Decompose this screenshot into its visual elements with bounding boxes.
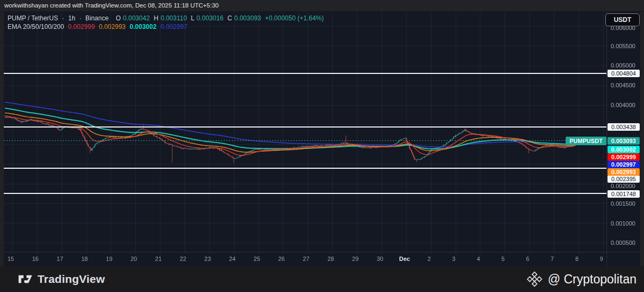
price-tick-label: 0.001000 xyxy=(611,220,643,227)
indicator-row[interactable]: EMA 20/50/100/200 0.002999 0.002993 0.00… xyxy=(8,23,326,31)
ema200-value: 0.002997 xyxy=(160,23,187,31)
time-axis-label: 17 xyxy=(57,256,63,262)
ema-indicator-label[interactable]: EMA 20/50/100/200 xyxy=(8,23,64,31)
price-tick-label: 0.004500 xyxy=(611,81,643,89)
time-axis-label: 22 xyxy=(180,256,186,262)
time-axis-label: 25 xyxy=(254,256,260,262)
close-value: 0.003093 xyxy=(234,14,261,22)
ema20-value: 0.002999 xyxy=(68,23,95,31)
ema50-value: 0.002993 xyxy=(99,23,126,31)
price-level-badge: 0.002395 xyxy=(608,175,640,183)
open-letter: O xyxy=(116,14,121,22)
ema-value-badge: 0.002999 xyxy=(608,153,640,161)
interval-label[interactable]: 1h xyxy=(68,14,75,22)
high-value: 0.003110 xyxy=(160,14,187,22)
time-axis-label: 20 xyxy=(130,256,137,262)
tradingview-brand-label: TradingView xyxy=(38,273,105,286)
footer-bar: TradingView @ Cryptopolitan xyxy=(0,266,644,292)
separator-dot: · xyxy=(62,14,64,22)
time-axis-label: 30 xyxy=(377,256,383,262)
price-tick-label: 0.000500 xyxy=(611,239,643,246)
change-value: +0.000050 (+1.64%) xyxy=(265,14,324,22)
attribution-text: workwithshayan created with TradingView.… xyxy=(4,2,218,9)
cryptopolitan-diamond-icon xyxy=(526,271,543,287)
price-tick-label: 0.005500 xyxy=(611,42,643,50)
symbol-name[interactable]: PUMP / TetherUS xyxy=(8,14,58,22)
symbol-row[interactable]: PUMP / TetherUS · 1h · Binance O0.003042… xyxy=(8,14,326,23)
symbol-flag-label: PUMPUSDT xyxy=(569,138,603,144)
tradingview-snapshot-page: workwithshayan created with TradingView.… xyxy=(0,0,644,292)
time-axis-label: 5 xyxy=(501,256,504,262)
price-tick-label: 0.002000 xyxy=(611,182,643,190)
ema-value-badge: 0.002993 xyxy=(608,168,640,176)
price-tick-label: 0.005000 xyxy=(611,62,643,69)
time-axis-label: 28 xyxy=(327,256,334,262)
snapshot-attribution-bar: workwithshayan created with TradingView.… xyxy=(0,0,644,12)
time-axis-label: Dec xyxy=(399,256,410,262)
price-tick-label: 0.004000 xyxy=(611,101,643,109)
currency-toggle-label: USDT xyxy=(614,16,632,24)
price-chart-canvas[interactable] xyxy=(0,0,644,292)
time-axis-label: 7 xyxy=(551,256,554,262)
time-axis-label: 15 xyxy=(8,256,14,262)
time-axis-label: 2 xyxy=(428,256,431,262)
price-level-badge: 0.003438 xyxy=(608,123,640,131)
separator-dot: · xyxy=(79,14,82,22)
price-tick-label: 0.001500 xyxy=(611,200,643,207)
time-axis-label: 27 xyxy=(303,256,309,262)
exchange-label: Binance xyxy=(85,14,108,22)
time-axis-label: 9 xyxy=(600,256,603,262)
open-value: 0.003042 xyxy=(123,14,150,22)
cryptopolitan-handle-label: @ Cryptopolitan xyxy=(548,272,636,287)
tradingview-brand[interactable]: TradingView xyxy=(18,273,105,286)
low-value: 0.003016 xyxy=(196,14,223,22)
ema100-value: 0.003002 xyxy=(130,23,157,31)
ema-value-badge: 0.002997 xyxy=(608,161,640,168)
currency-toggle-button[interactable]: USDT xyxy=(605,13,640,26)
time-axis-label: 18 xyxy=(81,256,87,262)
time-axis-label: 19 xyxy=(106,256,112,262)
last-price-badge: 0.003093 xyxy=(608,137,640,145)
price-level-badge: 0.004804 xyxy=(608,70,640,77)
chart-legend: PUMP / TetherUS · 1h · Binance O0.003042… xyxy=(8,14,326,31)
tradingview-logo-icon xyxy=(18,274,33,284)
price-level-badge: 0.001748 xyxy=(608,190,640,198)
time-axis-label: 26 xyxy=(278,256,284,262)
high-letter: H xyxy=(153,14,158,22)
time-axis-label: 29 xyxy=(352,256,358,262)
time-axis-label: 24 xyxy=(229,256,236,262)
close-letter: C xyxy=(228,14,232,22)
low-letter: L xyxy=(191,14,195,22)
cryptopolitan-watermark: @ Cryptopolitan xyxy=(526,271,636,287)
ema-value-badge: 0.003002 xyxy=(608,146,640,153)
time-axis-label: 3 xyxy=(452,256,456,262)
time-axis-label: 23 xyxy=(204,256,211,262)
time-axis-label: 21 xyxy=(155,256,162,262)
time-axis-label: 16 xyxy=(32,256,39,262)
symbol-price-flag: PUMPUSDT xyxy=(566,137,606,145)
time-axis-label: 4 xyxy=(477,256,480,262)
time-axis-label: 6 xyxy=(526,256,529,262)
time-axis-label: 8 xyxy=(575,256,579,262)
